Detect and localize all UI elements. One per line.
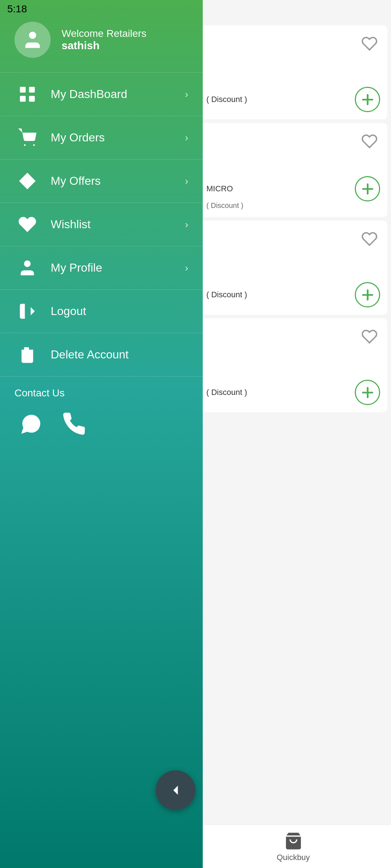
svg-rect-11	[29, 87, 35, 93]
svg-point-17	[24, 260, 30, 267]
product-card-bottom-4: ( Discount )	[206, 380, 380, 405]
sidebar-item-label-profile: My Profile	[51, 261, 185, 275]
contact-title: Contact Us	[14, 387, 188, 399]
product-card-4: ( Discount )	[199, 318, 387, 412]
add-button-3[interactable]	[355, 282, 380, 307]
sidebar-item-wishlist[interactable]: Wishlist ›	[0, 203, 203, 246]
sidebar-item-logout[interactable]: Logout	[0, 290, 203, 333]
svg-rect-12	[20, 96, 25, 102]
sidebar-item-delete-account[interactable]: Delete Account	[0, 333, 203, 376]
quickbuy-label: Quickbuy	[277, 853, 310, 862]
sidebar-item-label-delete: Delete Account	[51, 348, 188, 361]
product-card-3: ( Discount )	[199, 221, 387, 315]
chevron-right-icon-dashboard: ›	[185, 89, 188, 100]
wishlist-icon	[14, 212, 40, 237]
sidebar-item-label-wishlist: Wishlist	[51, 218, 185, 231]
status-bar: 5:18	[0, 0, 196, 18]
svg-point-15	[33, 144, 35, 146]
orders-icon	[14, 125, 40, 150]
product-card-2: MICRO ( Discount )	[199, 123, 387, 217]
sidebar-item-label-logout: Logout	[51, 305, 188, 318]
whatsapp-button[interactable]	[14, 408, 47, 441]
product-card-bottom: ( Discount )	[206, 87, 380, 112]
svg-rect-13	[29, 96, 35, 102]
welcome-text: Welcome Retailers	[62, 28, 146, 39]
wishlist-icon-4[interactable]	[358, 326, 380, 347]
sidebar-item-offers[interactable]: My Offers ›	[0, 159, 203, 203]
quickbuy-button[interactable]: Quickbuy	[277, 831, 310, 862]
sidebar-item-label-dashboard: My DashBoard	[51, 88, 185, 101]
navigation-drawer: Welcome Retailers sathish My DashBoard	[0, 0, 203, 868]
avatar	[14, 22, 51, 58]
logout-icon	[14, 299, 40, 324]
product-card: ( Discount )	[199, 25, 387, 119]
header-content: Welcome Retailers sathish	[14, 22, 188, 58]
chevron-right-icon-offers: ›	[185, 175, 188, 187]
product-card-bottom-3: ( Discount )	[206, 282, 380, 307]
close-drawer-button[interactable]	[156, 770, 196, 810]
contact-section: Contact Us	[0, 376, 203, 451]
phone-button[interactable]	[58, 408, 91, 441]
product-price-text-4: ( Discount )	[206, 388, 247, 397]
sidebar-item-label-orders: My Orders	[51, 131, 185, 144]
offers-icon	[14, 169, 40, 194]
wishlist-icon-2[interactable]	[358, 130, 380, 152]
sidebar-item-dashboard[interactable]: My DashBoard ›	[0, 73, 203, 116]
svg-point-14	[24, 144, 26, 146]
product-name-2: MICRO	[206, 184, 233, 193]
add-button-4[interactable]	[355, 380, 380, 405]
profile-icon	[14, 255, 40, 281]
wishlist-icon-3[interactable]	[358, 228, 380, 250]
add-button-1[interactable]	[355, 87, 380, 112]
product-card-bottom-2: MICRO	[206, 176, 380, 201]
screen: 5:18 ( Discount )	[0, 0, 391, 868]
quickbuy-bar: Quickbuy	[196, 825, 391, 868]
contact-icons	[14, 408, 188, 441]
username-text: sathish	[62, 39, 146, 52]
add-button-2[interactable]	[355, 176, 380, 201]
status-time: 5:18	[7, 3, 27, 15]
sidebar-item-profile[interactable]: My Profile ›	[0, 246, 203, 290]
wishlist-icon-1[interactable]	[358, 33, 380, 54]
svg-point-9	[29, 32, 36, 39]
right-panel: ( Discount ) MICRO	[196, 0, 391, 868]
product-price-text-1: ( Discount )	[206, 95, 247, 104]
sidebar-item-orders[interactable]: My Orders ›	[0, 116, 203, 159]
header-text: Welcome Retailers sathish	[62, 28, 146, 52]
delete-icon	[14, 342, 40, 367]
chevron-right-icon-profile: ›	[185, 262, 188, 274]
sidebar-item-label-offers: My Offers	[51, 174, 185, 188]
dashboard-icon	[14, 82, 40, 107]
chevron-right-icon-wishlist: ›	[185, 219, 188, 230]
product-price-text-3: ( Discount )	[206, 290, 247, 299]
chevron-right-icon-orders: ›	[185, 132, 188, 144]
product-price-text-2: ( Discount )	[206, 201, 380, 210]
drawer-menu: My DashBoard › My Orders ›	[0, 73, 203, 868]
svg-rect-10	[20, 87, 25, 93]
